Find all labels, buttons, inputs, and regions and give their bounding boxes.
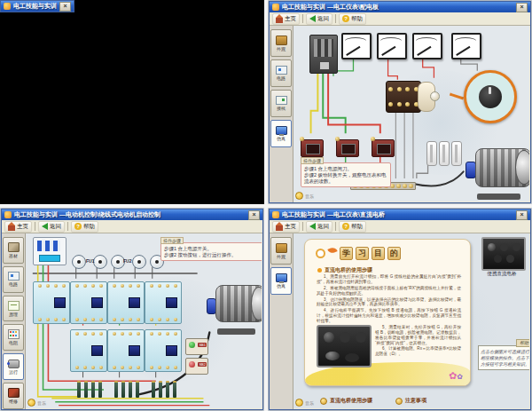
music-icon: [27, 399, 35, 407]
current-transformer: [372, 139, 395, 157]
view-sidebar: 外观 仿真: [270, 233, 293, 409]
splash-window: 电工技能与实训 × Electrician technology and tra…: [0, 0, 74, 12]
study-paragraphs: 1、测量前先打开检流计锁扣，即将 G 接线柱处的金属短片由“内接”拨到“外接”，…: [317, 274, 461, 368]
sidebar-item-repair[interactable]: 维修: [3, 383, 24, 409]
fuse-link: [451, 141, 462, 166]
paragraph: 3、估计待测电阻阻值，以便选择合适的比较臂与比率臂。选择比较臂时，最好能使比较臂…: [317, 297, 461, 308]
back-button[interactable]: 返回: [38, 221, 65, 233]
sidebar-item-run[interactable]: 运行: [3, 353, 24, 380]
back-icon: [42, 223, 48, 230]
music-toggle[interactable]: 音乐: [295, 399, 314, 407]
pushbutton-panel: SB1 SB2: [185, 338, 208, 375]
help-button[interactable]: 帮助: [339, 13, 366, 25]
red-button-icon[interactable]: [189, 361, 195, 368]
toolbar-separator: [302, 222, 303, 231]
fuse-link: [439, 141, 450, 166]
bottom-links: 直流电桥使用步骤 注意事项: [320, 397, 426, 405]
window-title: 电工技能与实训: [13, 2, 57, 11]
sidebar-item-simulation[interactable]: 仿真: [270, 267, 292, 295]
book-icon: [8, 301, 20, 311]
paragraph: 5、测量结束时，先松开按钮 G，再松开按钮 B，切断电源，拆除被测电阻。记录数据…: [375, 325, 461, 346]
meter-sim-window: 电工技能与实训 —电工仪表\配电板 × 主页 返回 帮助 外观 电路 接线 仿真: [269, 1, 531, 203]
splash-titlebar: 电工技能与实训 ×: [1, 1, 74, 12]
step-line: 步骤1 合上电源闸刀。: [304, 166, 387, 172]
help-icon: [74, 223, 82, 230]
section-title: 直流电桥的使用步骤: [325, 266, 372, 274]
dc-bridge-photo: [317, 325, 372, 368]
sidebar-item-appearance[interactable]: 外观: [270, 237, 292, 265]
close-icon[interactable]: ×: [516, 210, 528, 220]
sidebar-item-appearance[interactable]: 外观: [270, 29, 292, 57]
sidebar-item-circuit[interactable]: 电路: [270, 59, 292, 87]
help-button[interactable]: 帮助: [339, 221, 366, 233]
circuit-icon: [8, 272, 20, 281]
link-usage-steps[interactable]: 直流电桥使用步骤: [320, 397, 372, 405]
photo-side-text: 5、测量结束时，先松开按钮 G，再松开按钮 B，切断电源，拆除被测电阻。记录数据…: [375, 325, 461, 368]
steps-tab: 操作步骤: [160, 237, 184, 244]
contactor: [145, 329, 182, 372]
contactor: [33, 281, 70, 324]
rotary-knob[interactable]: [430, 91, 440, 101]
toolbar-separator: [335, 14, 336, 23]
paragraph: 4、进行电桥平衡调节。先按下按钮 B 接通电源，再按下按钮 G 接通检流计，根据…: [317, 308, 461, 324]
switch-knob-zoom[interactable]: [479, 85, 502, 108]
toolbar-separator: [302, 14, 303, 23]
parts-icon: [8, 242, 20, 252]
circuit-icon: [276, 66, 287, 75]
sidebar-item-circuit[interactable]: 电路: [3, 266, 24, 293]
close-icon[interactable]: ×: [59, 2, 71, 12]
sim-canvas: 操作步骤 步骤1 合上电源闸刀。 步骤2 拨动转换开关，观察电压表和电流表的读数…: [293, 26, 529, 202]
window-title: 电工技能与实训 —电动机控制\绕线式电动机启动控制: [14, 210, 246, 219]
heading-char: 的: [387, 247, 401, 260]
motor-base: [477, 194, 520, 200]
paragraph: 1、测量前先打开检流计锁扣，即将 G 接线柱处的金属短片由“内接”拨到“外接”，…: [317, 274, 461, 285]
start-button[interactable]: SB1: [185, 338, 208, 355]
help-button[interactable]: 帮助: [71, 221, 98, 233]
stop-button[interactable]: SB2: [185, 358, 208, 375]
sidebar-item-equipment[interactable]: 器材: [3, 237, 24, 264]
close-icon[interactable]: ×: [248, 210, 260, 220]
sim-canvas: FU1 FU2 操作步骤 步骤1 合上电源开关。 步骤2 按动按钮，进行运行操作…: [26, 233, 262, 408]
link-precautions[interactable]: 注意事项: [395, 397, 426, 405]
study-heading: 学 习 目 的: [316, 247, 401, 260]
knife-switch[interactable]: [309, 35, 338, 74]
music-toggle[interactable]: 音乐: [295, 192, 314, 200]
box-icon: [276, 36, 287, 45]
close-icon[interactable]: ×: [516, 3, 528, 12]
contactor: [107, 281, 145, 324]
sidebar-item-simulation[interactable]: 仿真: [270, 120, 292, 147]
starting-resistors: [114, 381, 139, 398]
paragraph: 2、将被测电阻用短而粗的导线接于面板上标有“RX”的两接线柱上并拧紧，使其处于良…: [317, 286, 461, 296]
back-button[interactable]: 返回: [306, 13, 332, 25]
analog-meter: [341, 33, 372, 59]
monitor-icon: [276, 273, 287, 282]
motor: [466, 148, 529, 200]
heading-char: 目: [372, 247, 385, 260]
fuse-link: [426, 141, 437, 166]
contactor: [70, 329, 107, 372]
sidebar-item-resistor[interactable]: 电阻: [3, 324, 24, 351]
orange-bullet-icon: [317, 268, 322, 273]
back-button[interactable]: 返回: [306, 221, 332, 233]
bridge-thumbnail[interactable]: [481, 237, 526, 271]
help-tab: 帮助: [516, 339, 529, 347]
home-button[interactable]: 主页: [4, 221, 32, 233]
ring-bullet-icon: [316, 249, 325, 258]
circuit-breaker[interactable]: [33, 237, 66, 265]
screenshot-grid: 电工技能与实训 × Electrician technology and tra…: [0, 0, 532, 411]
operation-steps-box: 操作步骤 步骤1 合上电源闸刀。 步骤2 拨动转换开关，观察电压表和电流表的读数…: [301, 162, 391, 187]
step-line: 步骤2 拨动转换开关，观察电压表和电流表的读数。: [304, 172, 387, 185]
back-icon: [309, 15, 316, 22]
home-button[interactable]: 主页: [272, 221, 300, 233]
sidebar-item-principle[interactable]: 原理: [3, 296, 24, 322]
link-bullet-icon: [395, 398, 403, 405]
home-button[interactable]: 主页: [272, 13, 300, 25]
help-icon: [342, 15, 349, 22]
music-toggle[interactable]: 音乐: [27, 399, 46, 407]
flower-decoration: ✿✿: [449, 370, 463, 382]
rotary-switch[interactable]: [386, 81, 435, 111]
current-transformer: [336, 139, 359, 157]
green-button-icon[interactable]: [189, 342, 195, 348]
link-bullet-icon: [320, 398, 327, 405]
sidebar-item-wiring[interactable]: 接线: [270, 90, 292, 117]
